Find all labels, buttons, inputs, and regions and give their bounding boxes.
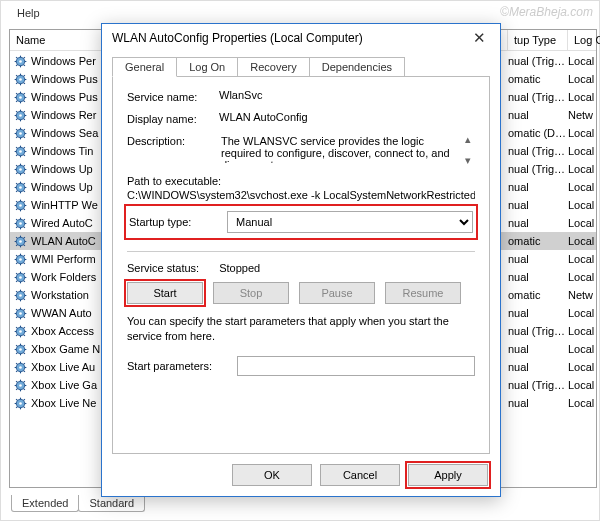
column-log-on-as[interactable]: Log C xyxy=(568,30,600,50)
svg-line-79 xyxy=(24,183,25,184)
gear-icon xyxy=(14,163,27,176)
svg-line-8 xyxy=(16,64,17,65)
properties-dialog: WLAN AutoConfig Properties (Local Comput… xyxy=(101,23,501,497)
svg-line-29 xyxy=(24,93,25,94)
svg-line-197 xyxy=(24,406,25,407)
description-textarea[interactable] xyxy=(219,133,462,163)
start-button[interactable]: Start xyxy=(127,282,203,304)
svg-line-109 xyxy=(24,237,25,238)
svg-line-36 xyxy=(16,111,17,112)
svg-line-166 xyxy=(16,345,17,346)
resume-button: Resume xyxy=(385,282,461,304)
startup-type-text: nual xyxy=(508,307,568,319)
startup-type-text: nual xyxy=(508,397,568,409)
startup-type-text: nual xyxy=(508,199,568,211)
tabstrip: General Log On Recovery Dependencies xyxy=(112,57,490,77)
gear-icon xyxy=(14,325,27,338)
gear-icon xyxy=(14,145,27,158)
svg-point-191 xyxy=(19,402,22,405)
svg-line-18 xyxy=(16,82,17,83)
column-startup-type[interactable]: tup Type xyxy=(508,30,568,50)
bottom-tabs: Extended Standard xyxy=(11,495,144,512)
service-buttons: Start Stop Pause Resume xyxy=(127,282,475,304)
pause-button: Pause xyxy=(299,282,375,304)
screenshot-frame: ©MeraBheja.com Help Name tup Type Log C … xyxy=(0,0,600,521)
svg-line-147 xyxy=(24,316,25,317)
label-path: Path to executable: xyxy=(127,175,475,187)
startup-type-select[interactable]: Manual xyxy=(227,211,473,233)
tab-general[interactable]: General xyxy=(112,57,177,77)
gear-icon xyxy=(14,271,27,284)
log-on-as-text: Local xyxy=(568,145,596,157)
label-display-name: Display name: xyxy=(127,111,219,125)
value-service-status: Stopped xyxy=(219,262,260,274)
svg-line-49 xyxy=(24,129,25,130)
svg-line-89 xyxy=(24,201,25,202)
service-name-text: WLAN AutoC xyxy=(31,235,96,247)
cancel-button[interactable]: Cancel xyxy=(320,464,400,486)
dialog-footer: OK Cancel Apply xyxy=(232,464,488,486)
svg-line-169 xyxy=(24,345,25,346)
note-text: You can specify the start parameters tha… xyxy=(127,314,475,344)
apply-button[interactable]: Apply xyxy=(408,464,488,486)
svg-line-196 xyxy=(16,399,17,400)
svg-point-11 xyxy=(19,78,22,81)
startup-type-text: nual xyxy=(508,271,568,283)
svg-line-28 xyxy=(16,100,17,101)
service-name-text: Xbox Access xyxy=(31,325,94,337)
svg-point-131 xyxy=(19,294,22,297)
svg-line-159 xyxy=(24,327,25,328)
startup-type-text: nual xyxy=(508,217,568,229)
description-scroll[interactable]: ▴ ▾ xyxy=(462,133,475,167)
svg-point-1 xyxy=(19,60,22,63)
chevron-up-icon[interactable]: ▴ xyxy=(462,133,475,146)
log-on-as-text: Local xyxy=(568,91,596,103)
svg-point-61 xyxy=(19,168,22,171)
label-description: Description: xyxy=(127,133,219,147)
menu-help[interactable]: Help xyxy=(17,7,40,19)
svg-line-48 xyxy=(16,136,17,137)
log-on-as-text: Netw xyxy=(568,289,596,301)
ok-button[interactable]: OK xyxy=(232,464,312,486)
log-on-as-text: Local xyxy=(568,73,596,85)
svg-point-71 xyxy=(19,186,22,189)
titlebar[interactable]: WLAN AutoConfig Properties (Local Comput… xyxy=(102,24,500,52)
svg-line-38 xyxy=(16,118,17,119)
svg-line-76 xyxy=(16,183,17,184)
startup-type-text: nual xyxy=(508,343,568,355)
tab-extended[interactable]: Extended xyxy=(11,495,79,512)
svg-line-56 xyxy=(16,147,17,148)
svg-line-27 xyxy=(24,100,25,101)
svg-line-69 xyxy=(24,165,25,166)
log-on-as-text: Local xyxy=(568,325,596,337)
svg-line-119 xyxy=(24,255,25,256)
log-on-as-text: Local xyxy=(568,361,596,373)
tab-log-on[interactable]: Log On xyxy=(176,57,238,77)
close-icon[interactable]: ✕ xyxy=(464,29,494,47)
svg-line-78 xyxy=(16,190,17,191)
svg-line-189 xyxy=(24,381,25,382)
service-name-text: WinHTTP We xyxy=(31,199,98,211)
svg-line-156 xyxy=(16,327,17,328)
service-name-text: WMI Perform xyxy=(31,253,96,265)
svg-line-98 xyxy=(16,226,17,227)
dialog-title: WLAN AutoConfig Properties (Local Comput… xyxy=(112,31,464,45)
tab-dependencies[interactable]: Dependencies xyxy=(309,57,405,77)
label-service-status: Service status: xyxy=(127,262,199,274)
gear-icon xyxy=(14,397,27,410)
service-name-text: Work Folders xyxy=(31,271,96,283)
chevron-down-icon[interactable]: ▾ xyxy=(462,154,475,167)
svg-line-188 xyxy=(16,388,17,389)
startup-type-text: omatic xyxy=(508,73,568,85)
service-name-text: WWAN Auto xyxy=(31,307,92,319)
svg-line-6 xyxy=(16,57,17,58)
svg-line-66 xyxy=(16,165,17,166)
tab-standard[interactable]: Standard xyxy=(78,495,145,512)
tab-recovery[interactable]: Recovery xyxy=(237,57,309,77)
svg-line-136 xyxy=(16,291,17,292)
gear-icon xyxy=(14,253,27,266)
start-parameters-input[interactable] xyxy=(237,356,475,376)
svg-line-148 xyxy=(16,316,17,317)
service-name-text: Xbox Live Ne xyxy=(31,397,96,409)
startup-type-text: nual (Trig… xyxy=(508,163,568,175)
